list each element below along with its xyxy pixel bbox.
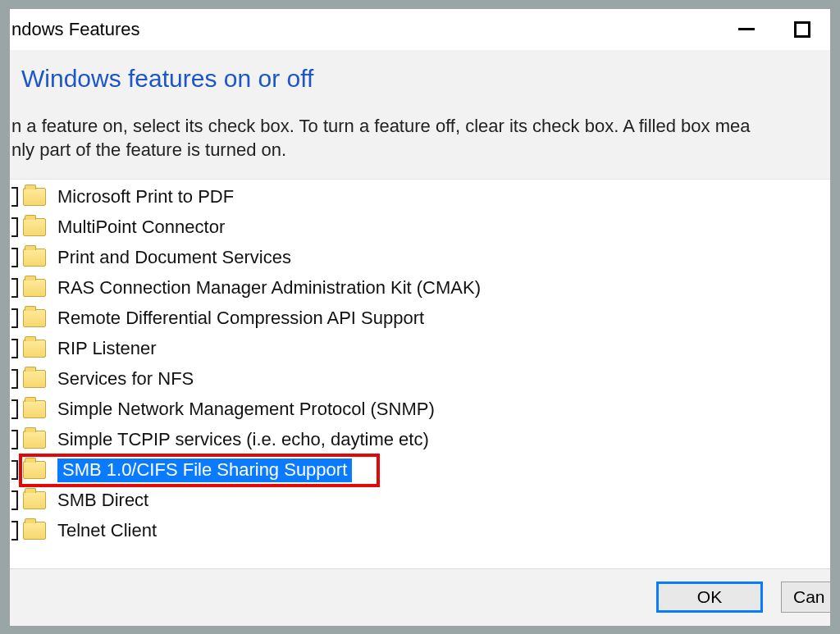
- titlebar: ndows Features: [10, 9, 830, 50]
- feature-item[interactable]: Remote Differential Compression API Supp…: [10, 303, 830, 334]
- feature-item[interactable]: MultiPoint Connector: [10, 212, 830, 243]
- folder-icon: [23, 400, 46, 418]
- feature-label: RAS Connection Manager Administration Ki…: [57, 277, 481, 299]
- feature-label: Print and Document Services: [57, 247, 291, 268]
- checkbox-icon[interactable]: [11, 399, 18, 419]
- description: n a feature on, select its check box. To…: [10, 114, 830, 162]
- window-controls: [738, 21, 830, 38]
- feature-item[interactable]: Simple TCPIP services (i.e. echo, daytim…: [10, 425, 830, 455]
- windows-features-dialog: ndows Features Windows features on or of…: [10, 9, 830, 626]
- checkbox-icon[interactable]: [11, 430, 18, 449]
- checkbox-icon[interactable]: [11, 521, 18, 540]
- checkbox-icon[interactable]: [11, 490, 18, 510]
- cancel-button[interactable]: Can: [781, 582, 830, 613]
- folder-icon: [23, 279, 46, 297]
- description-line: n a feature on, select its check box. To…: [11, 114, 827, 139]
- page-heading: Windows features on or off: [10, 65, 830, 114]
- description-line: nly part of the feature is turned on.: [11, 138, 827, 162]
- checkbox-icon[interactable]: [11, 339, 18, 358]
- folder-icon: [23, 461, 46, 479]
- checkbox-icon[interactable]: [11, 187, 18, 207]
- ok-button[interactable]: OK: [656, 582, 763, 613]
- folder-icon: [23, 249, 46, 267]
- folder-icon: [23, 188, 46, 206]
- maximize-icon[interactable]: [794, 21, 810, 38]
- feature-label: Services for NFS: [57, 368, 194, 390]
- feature-item[interactable]: Print and Document Services: [10, 243, 830, 273]
- folder-icon: [23, 370, 46, 388]
- feature-item[interactable]: Telnet Client: [10, 516, 830, 546]
- feature-label: Simple TCPIP services (i.e. echo, daytim…: [57, 429, 429, 450]
- cancel-button-label: Can: [793, 587, 825, 607]
- feature-label: SMB 1.0/CIFS File Sharing Support: [57, 458, 352, 482]
- feature-label: MultiPoint Connector: [57, 217, 225, 238]
- feature-item[interactable]: Simple Network Management Protocol (SNMP…: [10, 395, 830, 425]
- header-band: Windows features on or off n a feature o…: [10, 50, 830, 180]
- checkbox-icon[interactable]: [11, 248, 18, 267]
- feature-item[interactable]: RAS Connection Manager Administration Ki…: [10, 273, 830, 303]
- dialog-footer: OK Can: [10, 568, 830, 626]
- feature-list[interactable]: Microsoft Print to PDFMultiPoint Connect…: [10, 180, 830, 583]
- feature-label: Telnet Client: [57, 520, 157, 541]
- folder-icon: [23, 218, 46, 236]
- checkbox-icon[interactable]: [11, 278, 18, 298]
- folder-icon: [23, 431, 46, 449]
- feature-item[interactable]: SMB Direct: [10, 486, 830, 516]
- feature-item[interactable]: RIP Listener: [10, 334, 830, 364]
- feature-label: Microsoft Print to PDF: [57, 186, 234, 208]
- window-title: ndows Features: [10, 19, 140, 40]
- checkbox-icon[interactable]: [11, 308, 18, 328]
- checkbox-icon[interactable]: [11, 217, 18, 237]
- feature-item[interactable]: SMB 1.0/CIFS File Sharing Support: [10, 455, 830, 486]
- feature-label: Remote Differential Compression API Supp…: [57, 308, 424, 329]
- feature-item[interactable]: Services for NFS: [10, 364, 830, 395]
- feature-item[interactable]: Microsoft Print to PDF: [10, 182, 830, 212]
- checkbox-icon[interactable]: [11, 460, 18, 480]
- minimize-icon[interactable]: [738, 28, 755, 30]
- feature-label: Simple Network Management Protocol (SNMP…: [57, 399, 435, 420]
- folder-icon: [23, 522, 46, 540]
- folder-icon: [23, 340, 46, 358]
- checkbox-icon[interactable]: [11, 369, 18, 389]
- folder-icon: [23, 491, 46, 509]
- ok-button-label: OK: [697, 587, 722, 607]
- feature-label: SMB Direct: [57, 490, 148, 511]
- feature-label: RIP Listener: [57, 338, 157, 359]
- folder-icon: [23, 309, 46, 327]
